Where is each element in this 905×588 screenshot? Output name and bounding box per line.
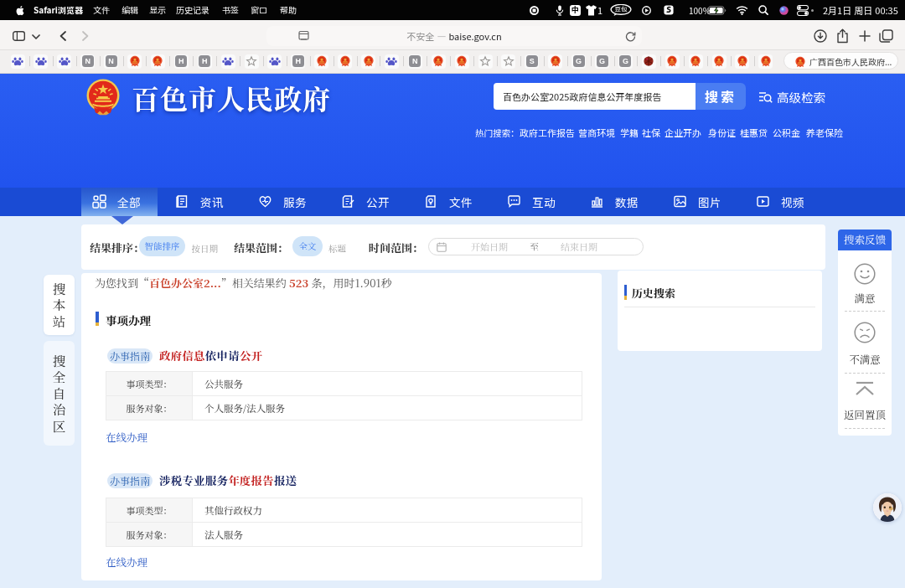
- svg-text:豆包: 豆包: [614, 4, 628, 13]
